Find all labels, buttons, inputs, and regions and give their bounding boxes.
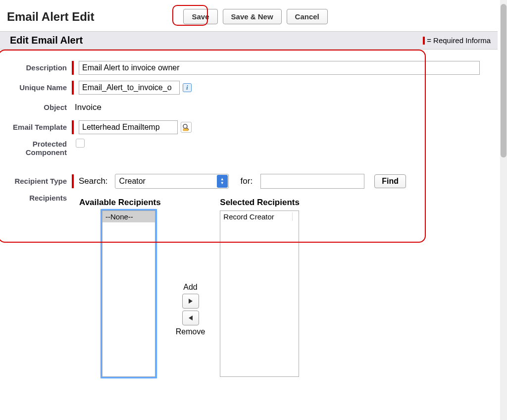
cancel-button[interactable]: Cancel [287, 9, 328, 24]
description-input[interactable] [79, 61, 480, 75]
add-button[interactable] [182, 294, 199, 309]
available-recipients-title: Available Recipients [79, 198, 161, 208]
lookup-icon[interactable] [181, 122, 192, 133]
section-title: Edit Email Alert [10, 35, 83, 46]
required-bar-icon [72, 174, 74, 188]
required-bar-icon [72, 81, 74, 95]
info-icon[interactable]: i [183, 83, 192, 92]
unique-name-input[interactable] [79, 81, 180, 95]
required-bar-icon [72, 61, 74, 75]
object-value: Invoice [72, 103, 101, 112]
svg-point-0 [183, 124, 187, 128]
recipient-type-label: Recipient Type [5, 177, 72, 185]
recipient-type-select[interactable] [115, 174, 229, 189]
svg-marker-3 [189, 299, 193, 304]
email-template-input[interactable] [79, 120, 178, 134]
recipients-label: Recipients [5, 193, 72, 202]
search-label: Search: [79, 176, 108, 186]
selected-recipients-listbox[interactable]: Record Creator [220, 210, 299, 377]
find-button[interactable]: Find [374, 174, 406, 188]
svg-marker-4 [189, 315, 193, 320]
list-item[interactable]: Record Creator [220, 211, 299, 222]
required-bar-icon [423, 37, 425, 45]
remove-label: Remove [176, 327, 205, 336]
email-template-label: Email Template [5, 123, 72, 131]
unique-name-label: Unique Name [5, 83, 72, 92]
list-item-text: Record Creator [223, 212, 293, 221]
page-title: Email Alert Edit [7, 10, 94, 24]
list-item[interactable]: --None-- [102, 211, 155, 222]
save-and-new-button[interactable]: Save & New [223, 9, 282, 24]
required-info: = Required Informa [423, 36, 491, 45]
for-label: for: [241, 176, 253, 186]
add-label: Add [183, 283, 197, 292]
protected-component-label: Protected Component [5, 139, 72, 157]
for-input[interactable] [260, 174, 364, 189]
save-button[interactable]: Save [183, 9, 217, 24]
scrollbar[interactable] [500, 0, 507, 420]
scrollbar-thumb[interactable] [501, 4, 507, 158]
svg-rect-2 [183, 129, 188, 131]
selected-recipients-title: Selected Recipients [220, 198, 300, 208]
protected-component-checkbox[interactable] [76, 139, 85, 148]
required-info-text: = Required Informa [427, 36, 491, 45]
available-recipients-listbox[interactable]: --None-- [102, 210, 155, 377]
object-label: Object [5, 103, 72, 111]
button-bar: Save Save & New Cancel [183, 9, 327, 24]
required-bar-icon [72, 120, 74, 134]
description-label: Description [5, 63, 72, 72]
remove-button[interactable] [182, 311, 199, 325]
